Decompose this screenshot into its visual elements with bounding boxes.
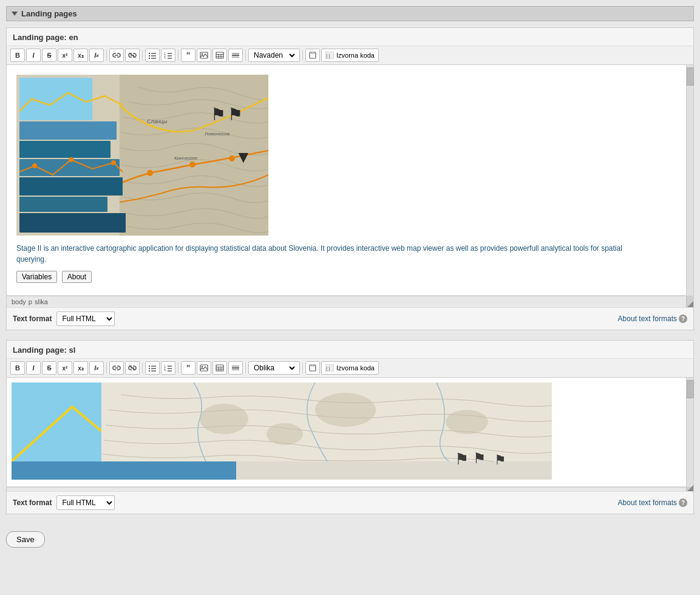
variables-button[interactable]: Variables <box>16 271 57 283</box>
svg-point-44 <box>32 163 37 168</box>
table-button-sl[interactable] <box>212 361 227 375</box>
scrollbar-sl[interactable] <box>686 378 693 487</box>
status-bar-en: body p slika <box>7 296 693 307</box>
about-button[interactable]: About <box>62 271 92 283</box>
svg-point-47 <box>149 365 150 367</box>
link-button-sl[interactable] <box>109 361 124 375</box>
svg-text:⚑: ⚑ <box>211 105 226 124</box>
svg-text:3.: 3. <box>164 369 166 372</box>
toolbar-sep-sl-1 <box>106 362 107 373</box>
svg-text:{ }: { } <box>326 366 330 371</box>
toolbar-sl: B I S x² x₂ Ix 1.2.3. " <box>7 359 693 378</box>
format-dropdown-sl[interactable]: Oblika Navaden Heading 1 <box>248 361 300 375</box>
unordered-list-button-en[interactable] <box>145 49 160 62</box>
format-label-sl: Text format <box>13 498 52 507</box>
editor-area-sl[interactable]: ⚑ ⚑ ⚑ <box>7 378 693 487</box>
blockquote-button-sl[interactable]: " <box>181 361 195 375</box>
blockquote-button-en[interactable]: " <box>181 49 195 62</box>
help-icon-en: ? <box>679 314 687 323</box>
editor-buttons-en: Variables About <box>16 271 681 283</box>
editor-container-en: Сланцы Кингисепп Ломоносов <box>7 65 693 296</box>
scrollbar-en[interactable] <box>686 65 693 296</box>
format-select-value-sl[interactable]: Full HTML Basic HTML Plain text <box>56 495 115 510</box>
strikethrough-button-sl[interactable]: S <box>42 361 56 375</box>
unlink-button-en[interactable] <box>125 49 140 62</box>
svg-rect-43 <box>19 213 126 233</box>
editor-container-sl: ⚑ ⚑ ⚑ <box>7 378 693 487</box>
strikethrough-button-en[interactable]: S <box>42 49 56 62</box>
svg-rect-61 <box>216 365 223 371</box>
svg-point-46 <box>111 160 116 165</box>
svg-text:⚑: ⚑ <box>228 105 243 124</box>
about-formats-link-en[interactable]: About text formats <box>618 314 677 323</box>
toolbar-sep-5 <box>302 50 303 61</box>
table-button-en[interactable] <box>212 49 227 62</box>
about-formats-link-sl[interactable]: About text formats <box>618 498 677 507</box>
toolbar-sep-sl-5 <box>302 362 303 373</box>
unlink-button-sl[interactable] <box>125 361 140 375</box>
toolbar-en: B I S x² x₂ Ix 1.2.3. " <box>7 46 693 65</box>
status-body[interactable]: body <box>12 298 26 305</box>
clear-format-button-en[interactable]: Ix <box>89 49 104 62</box>
italic-button-sl[interactable]: I <box>26 361 41 375</box>
save-section: Save <box>6 524 694 555</box>
superscript-button-en[interactable]: x² <box>58 49 72 62</box>
subscript-button-sl[interactable]: x₂ <box>73 361 88 375</box>
svg-point-33 <box>229 155 235 162</box>
svg-rect-42 <box>19 197 107 212</box>
section-header: Landing pages <box>6 6 694 21</box>
svg-point-4 <box>149 58 150 59</box>
svg-point-2 <box>149 55 150 56</box>
bold-button-en[interactable]: B <box>10 49 25 62</box>
image-button-sl[interactable] <box>197 361 211 375</box>
source-button-en[interactable]: { } Izvorna koda <box>321 49 379 62</box>
source-label-sl: Izvorna koda <box>336 364 375 372</box>
ordered-list-button-en[interactable]: 1.2.3. <box>161 49 175 62</box>
format-select-en[interactable]: Navaden Heading 1 Heading 2 <box>251 50 297 60</box>
hr-button-sl[interactable] <box>228 361 243 375</box>
chart-overlay <box>19 78 126 233</box>
collapse-icon[interactable] <box>12 12 18 16</box>
svg-point-0 <box>149 53 150 54</box>
subscript-button-en[interactable]: x₂ <box>73 49 88 62</box>
format-label-en: Text format <box>13 314 52 323</box>
format-left-en: Text format Full HTML Basic HTML Plain t… <box>13 311 115 326</box>
toolbar-sep-4 <box>245 50 246 61</box>
italic-button-en[interactable]: I <box>26 49 41 62</box>
svg-point-45 <box>69 157 73 162</box>
scroll-thumb-en[interactable] <box>687 67 694 86</box>
format-dropdown-en[interactable]: Navaden Heading 1 Heading 2 <box>248 49 300 62</box>
paste-plain-button-sl[interactable] <box>305 361 320 375</box>
svg-point-77 <box>200 404 248 434</box>
bold-button-sl[interactable]: B <box>10 361 25 375</box>
save-button[interactable]: Save <box>6 531 45 548</box>
svg-rect-23 <box>311 52 314 53</box>
toolbar-sep-1 <box>106 50 107 61</box>
scroll-thumb-sl[interactable] <box>687 380 694 398</box>
paste-plain-button-en[interactable] <box>305 49 320 62</box>
format-select-sl[interactable]: Oblika Navaden Heading 1 <box>251 363 297 373</box>
landing-block-sl: Landing page: sl B I S x² x₂ Ix 1.2.3. <box>6 340 694 514</box>
svg-text:⚑: ⚑ <box>455 450 469 468</box>
format-select-value-en[interactable]: Full HTML Basic HTML Plain text <box>56 311 115 326</box>
format-left-sl: Text format Full HTML Basic HTML Plain t… <box>13 495 115 510</box>
svg-point-31 <box>147 170 153 176</box>
svg-point-49 <box>149 368 150 369</box>
toolbar-sep-sl-2 <box>142 362 143 373</box>
unordered-list-button-sl[interactable] <box>145 361 160 375</box>
svg-point-13 <box>202 53 203 55</box>
toolbar-sep-3 <box>178 50 178 61</box>
svg-rect-38 <box>19 121 117 140</box>
status-slika[interactable]: slika <box>35 298 48 305</box>
superscript-button-sl[interactable]: x² <box>58 361 72 375</box>
source-button-sl[interactable]: { } Izvorna koda <box>321 361 379 375</box>
image-button-en[interactable] <box>197 49 211 62</box>
status-p[interactable]: p <box>29 298 32 305</box>
link-button-en[interactable] <box>109 49 124 62</box>
clear-format-button-sl[interactable]: Ix <box>89 361 104 375</box>
format-row-en: Text format Full HTML Basic HTML Plain t… <box>7 307 693 330</box>
hr-button-en[interactable] <box>228 49 243 62</box>
map-image-sl: ⚑ ⚑ ⚑ <box>12 382 552 480</box>
ordered-list-button-sl[interactable]: 1.2.3. <box>161 361 175 375</box>
editor-area-en[interactable]: Сланцы Кингисепп Ломоносов <box>7 65 693 296</box>
